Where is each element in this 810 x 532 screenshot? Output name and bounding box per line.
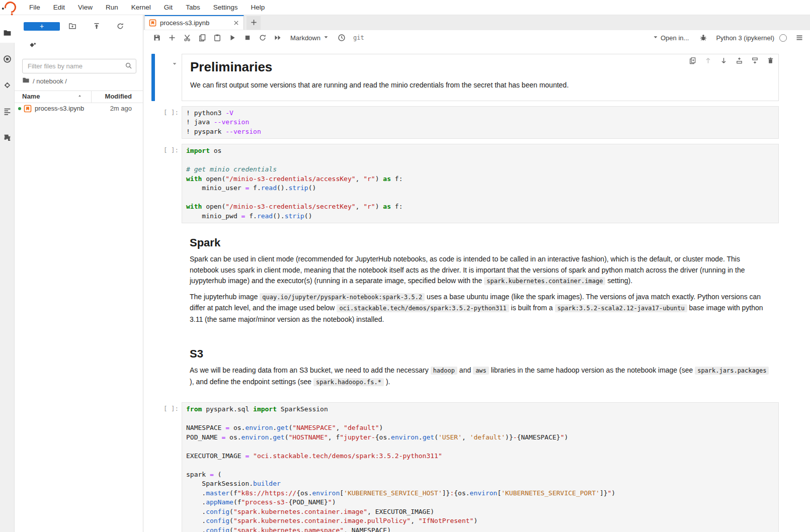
- cut-button[interactable]: [183, 33, 192, 42]
- activity-tab-folder[interactable]: [0, 24, 15, 42]
- menu-settings[interactable]: Settings: [207, 0, 245, 15]
- breadcrumb-path: / notebook /: [33, 77, 67, 85]
- new-folder-icon: [68, 22, 76, 30]
- markdown-rendered[interactable]: PreliminariesWe can first output some ve…: [182, 54, 779, 101]
- delete-cell-button[interactable]: [766, 57, 774, 65]
- sort-ascending-icon: [77, 93, 83, 99]
- menu-edit[interactable]: Edit: [47, 0, 71, 15]
- inline-code: aws: [473, 367, 489, 375]
- debugger-bug-icon: [699, 34, 707, 42]
- move-down-icon: [720, 57, 727, 64]
- new-launcher-button[interactable]: +: [24, 22, 60, 31]
- kernel-status-icon[interactable]: [779, 34, 787, 42]
- kernel-name[interactable]: Python 3 (ipykernel): [716, 34, 774, 42]
- inline-code: quay.io/jupyter/pyspark-notebook:spark-3…: [260, 293, 425, 301]
- code-editor[interactable]: ! python3 -V! java --version! pyspark --…: [182, 106, 779, 139]
- upload-button[interactable]: [92, 22, 101, 31]
- upload-icon: [93, 22, 101, 30]
- cell-type-dropdown[interactable]: Markdown: [290, 34, 329, 42]
- debugger-bug-icon[interactable]: [699, 33, 708, 42]
- copy-button[interactable]: [198, 33, 207, 42]
- cell-collapser-icon[interactable]: [172, 60, 178, 69]
- breadcrumb[interactable]: / notebook /: [22, 76, 67, 85]
- activity-tab-toc[interactable]: [0, 102, 15, 120]
- markdown-paragraph: Spark can be used in client mode (recomm…: [190, 254, 771, 287]
- markdown-paragraph: As we will be reading data from an S3 bu…: [190, 365, 771, 388]
- file-row[interactable]: process-s3.ipynb2m ago: [15, 103, 143, 115]
- markdown-rendered[interactable]: S3As we will be reading data from an S3 …: [182, 339, 779, 397]
- hamburger-icon[interactable]: [795, 33, 804, 42]
- menu-run[interactable]: Run: [99, 0, 125, 15]
- refresh-button[interactable]: [116, 22, 125, 31]
- save-icon: [153, 34, 161, 42]
- column-divider: [91, 91, 92, 103]
- sort-ascending-icon[interactable]: [77, 93, 83, 100]
- file-modified: 2m ago: [110, 105, 132, 112]
- git-clone-button[interactable]: [28, 42, 37, 51]
- restart-button[interactable]: [258, 33, 267, 42]
- file-list: process-s3.ipynb2m ago: [15, 103, 143, 115]
- move-down-cell-button[interactable]: [719, 57, 727, 65]
- new-folder-button[interactable]: [68, 22, 77, 31]
- insert-above-cell-button[interactable]: [735, 57, 743, 65]
- clock-icon: [338, 34, 346, 42]
- duplicate-cell-button[interactable]: [688, 57, 696, 65]
- run-button[interactable]: [228, 33, 237, 42]
- close-tab-button[interactable]: [233, 20, 239, 26]
- paste-icon: [213, 34, 221, 42]
- selected-cell-indicator: [151, 54, 155, 101]
- move-up-icon: [704, 57, 712, 64]
- delete-icon: [767, 57, 774, 64]
- menu-kernel[interactable]: Kernel: [125, 0, 157, 15]
- insert-below-cell-button[interactable]: [751, 57, 759, 65]
- column-modified[interactable]: Modified: [105, 93, 132, 100]
- activity-tab-extensions[interactable]: [0, 128, 15, 146]
- markdown-cell[interactable]: SparkSpark can be used in client mode (r…: [143, 228, 810, 334]
- inline-code: spark.kubernetes.container.image: [484, 277, 605, 285]
- menu-help[interactable]: Help: [244, 0, 271, 15]
- extensions-icon: [3, 133, 12, 142]
- save-button[interactable]: [152, 33, 161, 42]
- document-tab[interactable]: process-s3.ipynb: [144, 15, 244, 30]
- code-editor[interactable]: import os # get minio credentialswith op…: [182, 144, 779, 223]
- filter-files-input[interactable]: [22, 59, 136, 73]
- cell-toolbar: [685, 57, 774, 65]
- activity-tab-git[interactable]: [0, 76, 15, 94]
- run-icon: [228, 34, 236, 42]
- duplicate-icon: [689, 57, 696, 64]
- column-name[interactable]: Name: [22, 93, 40, 100]
- inline-code: oci.stackable.tech/demos/spark:3.5.2-pyt…: [337, 304, 509, 312]
- add-cell-button[interactable]: [168, 33, 177, 42]
- open-in-dropdown[interactable]: Open in...: [653, 34, 689, 42]
- search-icon: [125, 62, 132, 69]
- activity-tab-running-kernels[interactable]: [0, 50, 15, 68]
- stop-button[interactable]: [243, 33, 252, 42]
- markdown-rendered[interactable]: SparkSpark can be used in client mode (r…: [182, 228, 779, 334]
- file-browser-panel: + / notebook / Name Modified process-s3.…: [15, 15, 143, 532]
- notebook-icon: [149, 19, 156, 27]
- run-all-button[interactable]: [273, 33, 282, 42]
- tab-bar: process-s3.ipynb: [143, 15, 810, 31]
- open-in-label: Open in...: [661, 34, 689, 42]
- execution-prompt: [ ]:: [143, 405, 179, 412]
- code-cell[interactable]: [ ]:from pyspark.sql import SparkSession…: [143, 402, 810, 532]
- paste-button[interactable]: [213, 33, 222, 42]
- code-cell[interactable]: [ ]:! python3 -V! java --version! pyspar…: [143, 106, 810, 139]
- markdown-cell[interactable]: S3As we will be reading data from an S3 …: [143, 339, 810, 397]
- code-cell[interactable]: [ ]:import os # get minio credentialswit…: [143, 144, 810, 223]
- new-tab-button[interactable]: [247, 16, 261, 30]
- menu-view[interactable]: View: [71, 0, 99, 15]
- move-up-cell-button[interactable]: [704, 57, 712, 65]
- inline-code: spark.jars.packages: [695, 367, 769, 375]
- code-editor[interactable]: from pyspark.sql import SparkSession NAM…: [182, 402, 779, 532]
- markdown-cell[interactable]: PreliminariesWe can first output some ve…: [143, 54, 810, 101]
- notebook-toolbar: Markdown git Open in... Python 3 (ipyker…: [143, 30, 810, 46]
- menu-git[interactable]: Git: [157, 0, 179, 15]
- menu-tabs[interactable]: Tabs: [179, 0, 207, 15]
- git-clone-icon: [29, 42, 37, 50]
- notebook-icon: [24, 105, 32, 113]
- folder-icon: [3, 29, 12, 37]
- section-heading: Spark: [190, 236, 771, 249]
- clock-icon[interactable]: [337, 33, 346, 42]
- menu-file[interactable]: File: [23, 0, 47, 15]
